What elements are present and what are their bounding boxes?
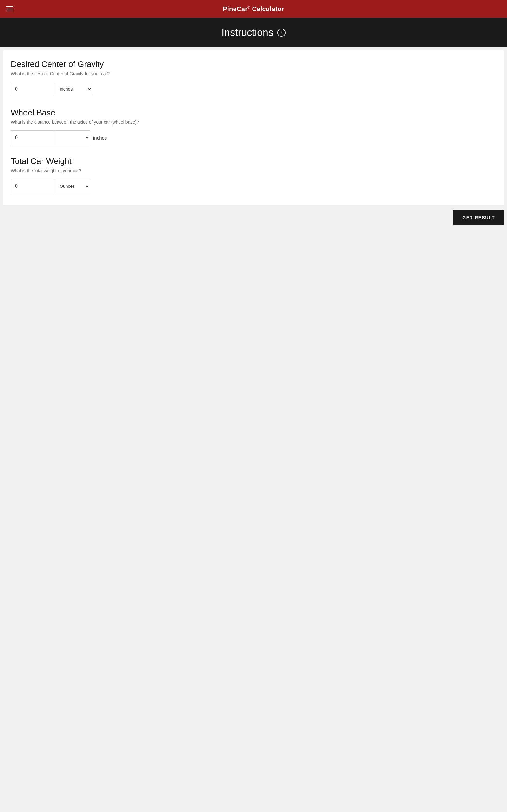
get-result-button[interactable]: GET RESULT (453, 210, 504, 225)
section-wheel-base: Wheel Base What is the distance between … (11, 108, 496, 145)
info-icon[interactable]: i (277, 29, 285, 37)
section-center-of-gravity: Desired Center of Gravity What is the de… (11, 59, 496, 96)
hamburger-line-2 (6, 9, 13, 9)
app-title: PineCar® Calculator (223, 5, 284, 13)
app-title-pinecar: PineCar (223, 5, 248, 12)
cog-unit-select[interactable]: Inches Centimeters (55, 82, 92, 96)
instructions-banner: Instructions i (0, 18, 507, 47)
section-title-cog: Desired Center of Gravity (11, 59, 496, 69)
menu-button[interactable] (5, 5, 14, 13)
form-card: Desired Center of Gravity What is the de… (3, 50, 504, 205)
hamburger-line-1 (6, 6, 13, 7)
wb-unit-select[interactable]: 3/32 1/8 5/32 (55, 131, 90, 145)
section-total-weight: Total Car Weight What is the total weigh… (11, 156, 496, 194)
app-title-registered: ® (247, 5, 250, 9)
wb-unit-label: inches (93, 135, 107, 141)
hamburger-line-3 (6, 11, 13, 11)
instructions-title: Instructions (222, 27, 274, 38)
weight-input-row: Ounces Grams Pounds (11, 179, 496, 194)
app-header: PineCar® Calculator (0, 0, 507, 18)
bottom-spacer (0, 230, 507, 420)
wb-number-input[interactable] (11, 131, 55, 145)
cog-input-row: Inches Centimeters (11, 82, 496, 96)
section-desc-weight: What is the total weight of your car? (11, 168, 496, 173)
section-title-wb: Wheel Base (11, 108, 496, 118)
section-desc-wb: What is the distance between the axles o… (11, 119, 496, 125)
result-bar: GET RESULT (0, 205, 507, 230)
cog-number-input[interactable] (11, 82, 55, 96)
section-desc-cog: What is the desired Center of Gravity fo… (11, 71, 496, 76)
weight-unit-select[interactable]: Ounces Grams Pounds (55, 179, 90, 194)
weight-number-input[interactable] (11, 179, 55, 194)
app-title-calculator: Calculator (250, 5, 284, 12)
section-title-weight: Total Car Weight (11, 156, 496, 166)
wb-input-row: 3/32 1/8 5/32 inches (11, 131, 496, 145)
